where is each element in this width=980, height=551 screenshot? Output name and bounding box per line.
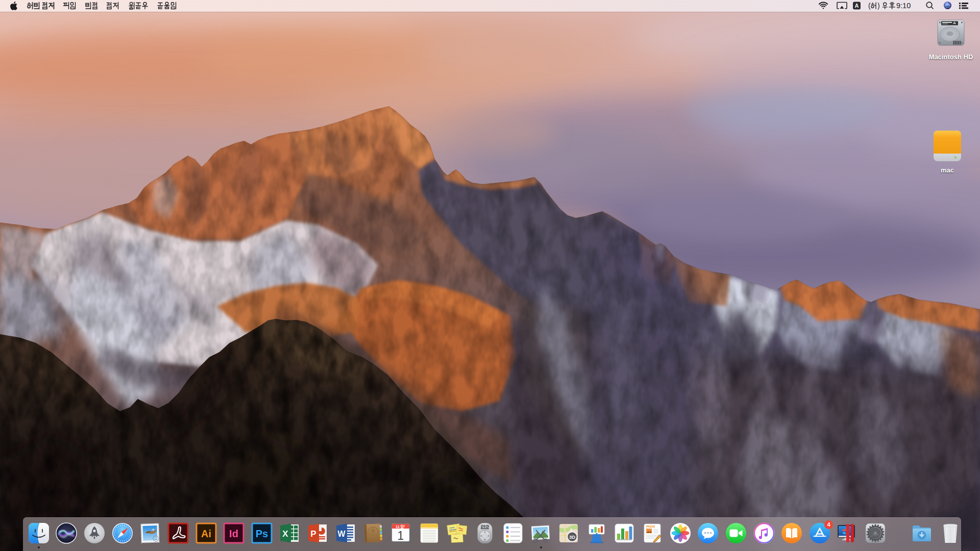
svg-text:A: A [855, 3, 859, 9]
svg-text:9:10: 9:10 [896, 2, 911, 10]
svg-text:P: P [310, 529, 316, 539]
svg-text:3D: 3D [569, 534, 575, 540]
svg-text:Id: Id [229, 528, 238, 539]
svg-text:X: X [283, 529, 289, 539]
svg-text:1: 1 [398, 529, 404, 542]
svg-text:): ) [877, 2, 880, 10]
svg-text:Ai: Ai [201, 528, 211, 539]
svg-text:W: W [337, 530, 346, 538]
svg-text:11: 11 [396, 524, 400, 529]
svg-text:PAGES: PAGES [646, 525, 655, 528]
svg-text:Ps: Ps [256, 528, 268, 539]
svg-text:(: ( [868, 2, 871, 10]
